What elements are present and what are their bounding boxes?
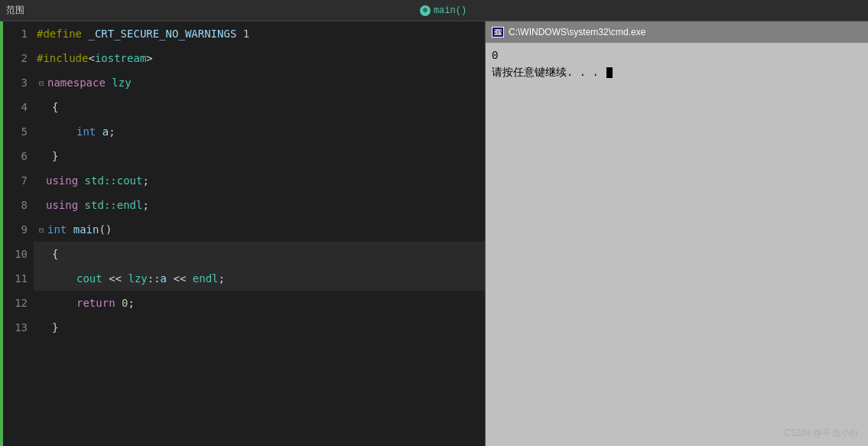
define-value: 1 [243, 28, 249, 40]
define-name: _CRT_SECURE_NO_WARNINGS [88, 28, 236, 40]
cmd-output-0: 0 [492, 47, 862, 64]
code-line-1: #define _CRT_SECURE_NO_WARNINGS 1 [34, 21, 485, 46]
include-lib: iostream [95, 52, 146, 64]
cmd-icon-inner: C:\ [494, 29, 502, 35]
std-endl: std::endl [85, 199, 143, 211]
line-num-7: 7 [3, 168, 34, 193]
open-brace-ns: { [52, 101, 58, 113]
code-line-3: ⊟ namespace lzy [34, 70, 485, 95]
code-line-11: cout << lzy :: a << endl ; [34, 266, 485, 291]
function-indicator: ⊙ main() [420, 5, 467, 16]
line-num-11: 11 [3, 266, 34, 291]
main-func-name: main [73, 223, 99, 236]
editor-panel: 1 2 3 4 5 6 7 8 9 10 11 12 13 #define _ [0, 21, 486, 446]
line-num-6: 6 [3, 144, 34, 168]
code-area: 1 2 3 4 5 6 7 8 9 10 11 12 13 #define _ [0, 21, 485, 446]
code-line-8: using std::endl ; [34, 193, 485, 217]
line-num-12: 12 [3, 291, 34, 315]
line-num-3: 3 [3, 70, 34, 95]
code-line-9: ⊟ int main () [34, 217, 485, 242]
code-line-6: } [34, 144, 485, 168]
code-line-12: return 0 ; [34, 291, 485, 315]
line-numbers: 1 2 3 4 5 6 7 8 9 10 11 12 13 [3, 21, 34, 446]
line-num-4: 4 [3, 95, 34, 119]
op-lshift1: << [109, 272, 122, 285]
cursor [606, 67, 613, 78]
std-cout: std::cout [85, 174, 143, 187]
scope-label: 范围 [6, 4, 24, 17]
line-num-8: 8 [3, 193, 34, 217]
fold-btn-3[interactable]: ⊟ [37, 78, 46, 87]
function-label: main() [434, 5, 467, 16]
line-num-2: 2 [3, 46, 34, 70]
cmd-panel: C:\ C:\WINDOWS\system32\cmd.exe 0 请按任意键继… [486, 21, 868, 446]
var-a: a; [102, 125, 115, 138]
kw-using-cout: using [46, 174, 78, 187]
code-line-13: } [34, 315, 485, 340]
cmd-output-1: 请按任意键继续. . . [492, 64, 862, 81]
code-line-10: { [34, 242, 485, 266]
kw-namespace: namespace [47, 77, 106, 89]
kw-return: return [76, 297, 115, 309]
line-num-13: 13 [3, 315, 34, 340]
return-val: 0 [122, 297, 128, 309]
main-parens: () [99, 223, 112, 236]
watermark: CSDN @不当小白 [784, 427, 859, 440]
namespace-name: lzy [112, 77, 131, 89]
op-lshift2: << [173, 272, 186, 285]
close-brace-main: } [52, 321, 58, 334]
code-line-2: #include < iostream > [34, 46, 485, 70]
top-bar: 范围 ⊙ main() [0, 0, 868, 21]
endl-ref: endl [193, 272, 219, 285]
cmd-title-text: C:\WINDOWS\system32\cmd.exe [509, 27, 645, 37]
cmd-content: 0 请按任意键继续. . . [486, 43, 868, 446]
preprocessor-define: #define [37, 28, 82, 40]
func-icon: ⊙ [420, 5, 431, 16]
line-num-5: 5 [3, 119, 34, 144]
open-brace-main: { [52, 248, 58, 260]
line-num-1: 1 [3, 21, 34, 46]
kw-int-a: int [76, 125, 96, 138]
cmd-title-bar: C:\ C:\WINDOWS\system32\cmd.exe [486, 21, 868, 43]
code-line-4: { [34, 95, 485, 119]
var-ref-a: a [161, 272, 167, 285]
code-content[interactable]: #define _CRT_SECURE_NO_WARNINGS 1 #inclu… [34, 21, 485, 446]
line-num-10: 10 [3, 242, 34, 266]
fold-btn-9[interactable]: ⊟ [37, 225, 46, 234]
close-brace-ns: } [52, 150, 58, 162]
line-num-9: 9 [3, 217, 34, 242]
code-line-7: using std::cout ; [34, 168, 485, 193]
cmd-icon: C:\ [492, 27, 504, 37]
ns-ref: lzy [128, 272, 147, 285]
code-line-5: int a; [34, 119, 485, 144]
function-indicator-area: ⊙ main() [24, 5, 862, 16]
kw-int-main: int [47, 223, 67, 236]
preprocessor-include: #include [37, 52, 88, 64]
cout-kw: cout [76, 272, 102, 285]
kw-using-endl: using [46, 199, 78, 211]
main-area: 1 2 3 4 5 6 7 8 9 10 11 12 13 #define _ [0, 21, 868, 446]
